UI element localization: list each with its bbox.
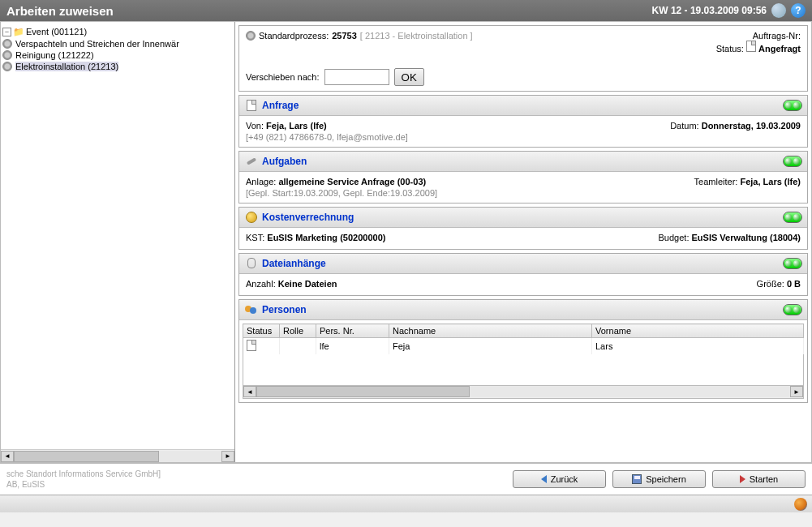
document-icon [247, 340, 256, 351]
tree-item-label: Verspachteln und Streichen der Innenwär [15, 39, 179, 49]
tree-pane: − 📁 Event (001121) Verspachteln und Stre… [1, 22, 235, 462]
save-icon [632, 474, 642, 484]
section-head-kosten[interactable]: Kostenverrechnung [239, 208, 807, 228]
tree-body: − 📁 Event (001121) Verspachteln und Stre… [1, 22, 234, 449]
process-id: 25753 [332, 31, 357, 41]
scroll-right-icon[interactable]: ► [790, 386, 803, 397]
shift-label: Verschieben nach: [246, 72, 320, 82]
globe-icon[interactable] [771, 3, 786, 18]
titlebar-right: KW 12 - 19.03.2009 09:56 ? [652, 3, 806, 18]
document-icon [244, 99, 259, 112]
main-split: − 📁 Event (001121) Verspachteln und Stre… [0, 21, 812, 463]
process-label: Standardprozess: [259, 31, 329, 41]
section-title: Kostenverrechnung [262, 212, 783, 223]
scroll-left-icon[interactable]: ◄ [243, 386, 256, 397]
section-dateien: Dateianhänge Anzahl: Keine Dateien Größe… [238, 253, 808, 296]
titlebar: Arbeiten zuweisen KW 12 - 19.03.2009 09:… [0, 0, 812, 21]
scroll-thumb[interactable] [14, 451, 159, 462]
footer: sche Standort Informations Service GmbH]… [0, 463, 812, 495]
current-datetime: KW 12 - 19.03.2009 09:56 [652, 5, 767, 16]
start-button[interactable]: Starten [712, 470, 806, 488]
cell-nachname: Feja [389, 338, 592, 355]
gear-icon [2, 39, 12, 49]
section-head-aufgaben[interactable]: Aufgaben [239, 152, 807, 172]
help-icon[interactable]: ? [791, 3, 806, 18]
status-pill-icon [783, 212, 802, 223]
status-pill-icon [783, 258, 802, 269]
tree-root-label: Event (001121) [26, 27, 87, 36]
table-row[interactable]: lfe Feja Lars [243, 338, 804, 355]
col-persnr[interactable]: Pers. Nr. [316, 324, 389, 338]
play-icon [740, 475, 745, 483]
scroll-left-icon[interactable]: ◄ [1, 451, 14, 462]
date-value: Donnerstag, 19.03.2009 [702, 121, 801, 131]
budget-label: Budget: [659, 233, 690, 242]
kst-value: EuSIS Marketing (50200000) [267, 233, 385, 242]
tree-item-label: Elektroinstallation (21213) [15, 62, 118, 71]
tree-item-1[interactable]: Reinigung (121222) [2, 49, 233, 61]
from-label: Von: [246, 121, 264, 131]
col-vorname[interactable]: Vorname [592, 324, 804, 338]
date-label: Datum: [670, 121, 698, 131]
col-rolle[interactable]: Rolle [280, 324, 316, 338]
scroll-right-icon[interactable]: ► [221, 451, 234, 462]
table-header-row: Status Rolle Pers. Nr. Nachname Vorname [243, 324, 804, 338]
anlage-label: Anlage: [246, 177, 276, 186]
tree-hscroll[interactable]: ◄ ► [1, 449, 234, 462]
gear-icon [246, 31, 256, 41]
scroll-thumb[interactable] [256, 386, 470, 397]
page-title: Arbeiten zuweisen [6, 4, 652, 18]
collapse-icon[interactable]: − [2, 28, 11, 36]
status-pill-icon [783, 156, 802, 167]
back-arrow-icon [541, 475, 547, 483]
coin-icon [244, 211, 259, 224]
section-head-anfrage[interactable]: Anfrage [239, 96, 807, 116]
tree-item-2[interactable]: Elektroinstallation (21213) [2, 61, 233, 72]
col-nachname[interactable]: Nachname [389, 324, 592, 338]
teamleiter-label: Teamleiter: [694, 177, 738, 186]
contact-line: [+49 (821) 4786678-0, lfeja@smotive.de] [246, 132, 801, 142]
process-breadcrumb: [ 21213 - Elektroinstallation ] [360, 31, 473, 41]
gear-icon [2, 50, 12, 60]
gear-icon [2, 62, 12, 71]
size-label: Größe: [757, 279, 784, 289]
section-title: Aufgaben [262, 156, 783, 167]
scroll-track[interactable] [256, 386, 790, 397]
section-title: Personen [262, 304, 783, 315]
section-head-dateien[interactable]: Dateianhänge [239, 254, 807, 274]
cell-vorname: Lars [592, 338, 804, 355]
wrench-icon [244, 155, 259, 168]
ok-button[interactable]: OK [394, 68, 424, 86]
detail-pane: Standardprozess: 25753 [ 21213 - Elektro… [235, 22, 811, 462]
status-pill-icon [783, 304, 802, 315]
count-value: Keine Dateien [278, 279, 337, 289]
people-icon [244, 303, 259, 316]
attachment-icon [244, 257, 259, 270]
kst-label: KST: [246, 233, 264, 242]
count-label: Anzahl: [246, 279, 276, 289]
order-number-label: Auftrags-Nr: [716, 31, 801, 41]
section-head-personen[interactable]: Personen [239, 300, 807, 320]
plan-line: [Gepl. Start:19.03.2009, Gepl. Ende:19.0… [246, 188, 801, 198]
folder-icon: 📁 [13, 26, 24, 37]
anlage-value: allgemeine Service Anfrage (00-03) [278, 177, 426, 186]
section-personen: Personen Status Rolle Pers. Nr. Nachname… [238, 299, 808, 403]
cell-rolle [280, 338, 316, 355]
back-button[interactable]: Zurück [513, 470, 606, 488]
save-button[interactable]: Speichern [612, 470, 706, 488]
footer-copyright: sche Standort Informations Service GmbH]… [6, 469, 513, 490]
budget-value: EuSIS Verwaltung (18004) [692, 233, 801, 242]
scroll-track[interactable] [14, 451, 221, 462]
person-table: Status Rolle Pers. Nr. Nachname Vorname [243, 323, 804, 386]
from-value: Feja, Lars (lfe) [266, 121, 327, 131]
cell-status [243, 338, 280, 355]
col-status[interactable]: Status [243, 324, 280, 338]
shift-input[interactable] [324, 69, 389, 85]
tree-item-0[interactable]: Verspachteln und Streichen der Innenwär [2, 38, 233, 49]
process-header: Standardprozess: 25753 [ 21213 - Elektro… [238, 25, 808, 92]
firefox-icon[interactable] [794, 498, 807, 511]
tree-root[interactable]: − 📁 Event (001121) [2, 25, 233, 38]
cell-persnr: lfe [316, 338, 389, 355]
section-kosten: Kostenverrechnung KST: EuSIS Marketing (… [238, 207, 808, 250]
table-hscroll[interactable]: ◄ ► [243, 386, 804, 399]
